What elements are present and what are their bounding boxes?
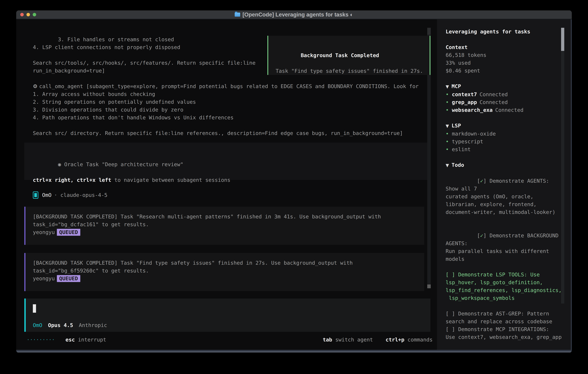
lsp-item: •markdown-oxide	[446, 130, 563, 138]
todo-item-text: ] Demonstrate AGENTS: Show all 7 curated…	[446, 178, 556, 215]
sidebar-scrollbar[interactable]	[561, 28, 564, 303]
context-tokens: 66,518 tokens	[446, 51, 563, 59]
chevron-down-icon: ▼	[446, 122, 449, 130]
input-model-name: Opus 4.5	[48, 322, 73, 328]
opencode-window: [OpenCode] Leveraging agents for tasks ◐…	[16, 10, 572, 353]
lsp-item-name: eslint	[452, 146, 471, 152]
log-text-toolcall: call_omo_agent [subagent_type=explore, p…	[33, 83, 419, 136]
check-icon: ✓	[480, 233, 483, 239]
ctrlp-key-label: commands	[404, 337, 433, 343]
todo-heading[interactable]: ▼Todo	[446, 161, 563, 169]
tab-key-label: switch agent	[332, 337, 373, 343]
todo-item-done: [✓] Demonstrate BACKGROUND AGENTS: Run p…	[446, 224, 563, 271]
sidebar-content: Leveraging agents for tasks Context 66,5…	[446, 28, 563, 350]
main-scrollbar-cap	[427, 28, 431, 35]
tab-key-hint: tab	[323, 337, 332, 343]
message-text: [BACKGROUND TASK COMPLETED] Task "Resear…	[33, 213, 424, 228]
zoom-button[interactable]	[33, 13, 36, 16]
lsp-item-name: markdown-oxide	[452, 131, 496, 137]
title-bar[interactable]: [OpenCode] Leveraging agents for tasks ◐	[16, 10, 572, 19]
folder-icon	[235, 13, 240, 17]
status-dot-icon: •	[446, 130, 452, 138]
mcp-item: •context7Connected	[446, 91, 563, 98]
minimize-button[interactable]	[26, 13, 30, 16]
sidebar-scrollbar-thumb[interactable]	[561, 28, 564, 51]
lsp-item-name: typescript	[452, 139, 483, 145]
input-provider-name: Anthropic	[79, 322, 107, 328]
oracle-shortcut-keys: ctrl+x right, ctrl+x left	[33, 177, 111, 183]
message-block: [BACKGROUND TASK COMPLETED] Task "Resear…	[24, 207, 424, 245]
mcp-heading-label: MCP	[452, 83, 461, 89]
agent-icon	[33, 191, 38, 199]
mcp-item-status: Connected	[480, 91, 508, 97]
lsp-heading[interactable]: ▼LSP	[446, 122, 563, 130]
status-dot-icon: •	[446, 98, 452, 106]
chevron-down-icon: ▼	[446, 83, 449, 91]
todo-bracket: [	[477, 178, 480, 184]
status-dot-icon: •	[446, 145, 452, 153]
context-heading: Context	[446, 43, 563, 51]
status-bar: ········· esc interrupt tab switch agent…	[27, 336, 433, 344]
check-icon: ✓	[480, 178, 483, 184]
oracle-shortcut-hint: to navigate between subagent sessions	[111, 177, 231, 183]
window-content: 3. File handles or streams not closed 4.…	[16, 19, 571, 350]
context-spent: $0.46 spent	[446, 67, 563, 75]
background-task-toast: Background Task Completed Task "Find typ…	[267, 36, 430, 75]
todo-item-pending: [ ] Demonstrate MCP INTEGRATIONS: Use co…	[446, 325, 563, 341]
session-title: Leveraging agents for tasks	[446, 28, 563, 36]
input-agent-name: OmO	[33, 322, 42, 328]
lsp-item: •eslint	[446, 145, 563, 153]
status-left: ········· esc interrupt	[27, 336, 106, 344]
oracle-task-title: ◉ Oracle Task "Deep architecture review"	[58, 161, 183, 167]
agent-model: · claude-opus-4-5	[54, 191, 107, 199]
todo-heading-label: Todo	[452, 162, 464, 168]
message-block: [BACKGROUND TASK COMPLETED] Task "Find t…	[24, 253, 424, 291]
lsp-heading-label: LSP	[452, 123, 461, 129]
oracle-task-box: ◉ Oracle Task "Deep architecture review"…	[24, 143, 430, 180]
window-title: [OpenCode] Leveraging agents for tasks ◐	[242, 11, 353, 19]
mcp-item-status: Connected	[480, 99, 508, 105]
status-dot-icon: •	[446, 91, 452, 98]
message-author: yeongyu	[33, 229, 55, 235]
prompt-input[interactable]: OmO Opus 4.5 Anthropic	[24, 299, 430, 332]
todo-item-active: [ ] Demonstrate LSP TOOLS: Use lsp_hover…	[446, 271, 563, 302]
mcp-item-status: Connected	[495, 107, 524, 113]
window-bottom-edge	[16, 352, 572, 353]
toast-title: Background Task Completed	[301, 52, 379, 58]
mcp-heading[interactable]: ▼MCP	[446, 83, 563, 91]
todo-item-done: [✓] Demonstrate AGENTS: Show all 7 curat…	[446, 169, 563, 224]
esc-key-hint: esc	[65, 337, 75, 343]
message-meta: yeongyuQUEUED	[33, 228, 424, 236]
lsp-item: •typescript	[446, 138, 563, 145]
terminal-main-pane[interactable]: 3. File handles or streams not closed 4.…	[16, 19, 437, 350]
todo-item-pending: [ ] Demonstrate MULTIMODAL: Use	[446, 349, 563, 350]
window-title-group: [OpenCode] Leveraging agents for tasks ◐	[235, 11, 353, 19]
message-meta: yeongyuQUEUED	[33, 275, 424, 282]
close-button[interactable]	[20, 13, 24, 16]
mcp-item-name: context7	[452, 91, 477, 97]
toast-body: Task "Find type safety issues" finished …	[276, 68, 423, 74]
status-dot-icon: •	[446, 106, 452, 114]
text-cursor	[33, 304, 36, 313]
chevron-down-icon: ▼	[446, 161, 449, 169]
ctrlp-key-hint: ctrl+p	[386, 337, 404, 343]
status-dot-icon: •	[446, 138, 452, 145]
input-model-row: OmO Opus 4.5 Anthropic	[33, 321, 107, 329]
mcp-item: •grep_appConnected	[446, 98, 563, 106]
agent-name: OmO	[42, 191, 52, 199]
mcp-item: •websearch_exaConnected	[446, 106, 563, 114]
esc-key-label: interrupt	[75, 337, 106, 343]
todo-item-pending: [ ] Demonstrate AST-GREP: Pattern search…	[446, 310, 563, 325]
mcp-item-name: grep_app	[452, 99, 477, 105]
status-right: tab switch agent ctrl+p commands	[323, 336, 433, 344]
context-used: 33% used	[446, 59, 563, 67]
message-text: [BACKGROUND TASK COMPLETED] Task "Find t…	[33, 259, 424, 275]
mcp-item-name: websearch_exa	[452, 107, 493, 113]
gear-icon: ⚙	[33, 83, 39, 89]
agent-header: OmO · claude-opus-4-5	[33, 191, 107, 199]
status-badge: QUEUED	[57, 275, 80, 282]
log-text-top: 3. File handles or streams not closed 4.…	[33, 36, 255, 74]
sidebar: Leveraging agents for tasks Context 66,5…	[437, 19, 571, 350]
main-scrollbar-thumb[interactable]	[427, 284, 431, 288]
todo-item-text: ] Demonstrate BACKGROUND AGENTS: Run par…	[446, 233, 562, 262]
